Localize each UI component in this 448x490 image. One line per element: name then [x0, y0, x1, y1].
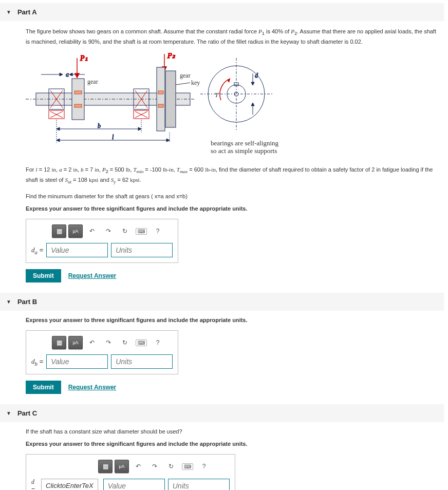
svg-marker-32 — [138, 127, 141, 130]
label-b: b — [98, 122, 101, 129]
figure-caption-1: bearings are self-aligning — [211, 139, 279, 147]
part-b-content: Express your answer to three significant… — [0, 317, 444, 394]
part-a-answer-box: ▦ μA ↶ ↷ ↻ ⌨ ? da = — [26, 219, 178, 263]
templates-icon[interactable]: ▦ — [52, 224, 66, 238]
part-b-prefix: db = — [31, 357, 43, 367]
reset-icon[interactable]: ↻ — [118, 224, 132, 238]
part-a-units-input[interactable] — [111, 243, 173, 257]
part-c-value-input[interactable] — [103, 479, 165, 490]
templates-icon[interactable]: ▦ — [98, 460, 113, 473]
figure-caption-2: so act as simple supports — [211, 147, 277, 155]
part-a-intro: The figure below shows two gears on a co… — [26, 27, 439, 46]
part-b-toolbar: ▦ μA ↶ ↷ ↻ ⌨ ? — [52, 336, 173, 349]
undo-icon[interactable]: ↶ — [131, 460, 145, 473]
units-icon[interactable]: μA — [68, 224, 83, 238]
label-key: key — [191, 79, 200, 86]
part-c-title: Part C — [17, 409, 37, 417]
help-icon[interactable]: ? — [197, 460, 211, 473]
units-icon[interactable]: μA — [68, 336, 83, 349]
label-p1: P₁ — [80, 54, 88, 62]
svg-line-29 — [176, 83, 190, 85]
chevron-down-icon: ▼ — [6, 9, 11, 15]
part-a-content: The figure below shows two gears on a co… — [0, 27, 444, 282]
reset-icon[interactable]: ↻ — [164, 460, 178, 473]
keyboard-icon[interactable]: ⌨ — [180, 460, 195, 473]
part-b-answer-box: ▦ μA ↶ ↷ ↻ ⌨ ? db = — [26, 330, 178, 374]
svg-marker-46 — [251, 82, 254, 85]
svg-marker-34 — [57, 139, 60, 142]
label-p2: P₂ — [167, 53, 175, 60]
part-a-find: Find the minumum diameter for the shaft … — [26, 193, 439, 199]
part-c-answer-box: ▦ μA ↶ ↷ ↻ ⌨ ? d = ClicktoEnterTeX — [26, 454, 235, 490]
part-b-submit-button[interactable]: Submit — [26, 381, 61, 394]
part-a-header[interactable]: ▼ Part A — [0, 3, 444, 21]
redo-icon[interactable]: ↷ — [101, 336, 116, 349]
part-a-value-input[interactable] — [46, 243, 108, 257]
templates-icon[interactable]: ▦ — [52, 336, 66, 349]
label-l: l — [112, 134, 114, 141]
reset-icon[interactable]: ↻ — [118, 336, 132, 349]
part-b-express: Express your answer to three significant… — [26, 317, 439, 323]
svg-rect-17 — [74, 91, 82, 94]
label-t: T — [215, 91, 219, 99]
undo-icon[interactable]: ↶ — [85, 336, 99, 349]
label-a: a — [66, 71, 69, 78]
part-c-toolbar: ▦ μA ↶ ↷ ↻ ⌨ ? — [98, 460, 230, 473]
svg-rect-28 — [158, 104, 163, 107]
label-gear2: gear — [180, 72, 191, 79]
part-c-units-input[interactable] — [168, 479, 230, 490]
redo-icon[interactable]: ↷ — [147, 460, 162, 473]
svg-marker-5 — [75, 73, 79, 78]
part-c-tex-input[interactable]: ClicktoEnterTeX — [41, 479, 98, 490]
svg-marker-48 — [251, 103, 254, 106]
part-a-request-answer-link[interactable]: Request Answer — [68, 272, 117, 279]
label-d: d — [255, 72, 258, 79]
undo-icon[interactable]: ↶ — [85, 224, 99, 238]
chevron-down-icon: ▼ — [6, 410, 11, 416]
part-b-title: Part B — [17, 298, 37, 306]
part-a-params: For l = 12 in, a = 2 in, b = 7 in, P2 = … — [26, 165, 439, 186]
part-c-express: Express your answer to three significant… — [26, 441, 439, 447]
part-a-toolbar: ▦ μA ↶ ↷ ↻ ⌨ ? — [52, 224, 173, 238]
keyboard-icon[interactable]: ⌨ — [134, 224, 148, 238]
svg-rect-27 — [158, 91, 163, 94]
svg-marker-31 — [57, 127, 60, 130]
help-icon[interactable]: ? — [151, 336, 165, 349]
svg-marker-35 — [166, 139, 170, 142]
label-gear1: gear — [87, 78, 98, 85]
redo-icon[interactable]: ↷ — [101, 224, 116, 238]
svg-rect-25 — [157, 67, 165, 131]
part-b-request-answer-link[interactable]: Request Answer — [68, 384, 117, 391]
part-b-units-input[interactable] — [111, 354, 173, 369]
part-c-content: If the shaft has a constant size what di… — [0, 428, 444, 490]
units-icon[interactable]: μA — [115, 460, 129, 473]
part-c-header[interactable]: ▼ Part C — [0, 404, 444, 422]
part-a-express: Express your answer to three significant… — [26, 205, 439, 212]
part-a-prefix: da = — [31, 246, 43, 255]
part-b-value-input[interactable] — [46, 354, 108, 369]
svg-rect-18 — [74, 104, 82, 107]
part-a-title: Part A — [17, 8, 37, 16]
chevron-down-icon: ▼ — [6, 299, 11, 305]
svg-rect-26 — [165, 71, 176, 127]
part-b-header[interactable]: ▼ Part B — [0, 293, 444, 311]
part-a-submit-button[interactable]: Submit — [26, 269, 61, 282]
part-c-prefix: d = — [31, 478, 35, 490]
svg-marker-3 — [69, 73, 72, 76]
part-c-question: If the shaft has a constant size what di… — [26, 428, 439, 435]
scroll-container[interactable]: ▼ Part A The figure below shows two gear… — [0, 0, 448, 490]
help-icon[interactable]: ? — [151, 224, 165, 238]
keyboard-icon[interactable]: ⌨ — [134, 336, 148, 349]
svg-marker-1 — [60, 73, 63, 76]
svg-rect-16 — [72, 79, 84, 120]
shaft-figure: a P₁ P₂ — [26, 53, 439, 157]
